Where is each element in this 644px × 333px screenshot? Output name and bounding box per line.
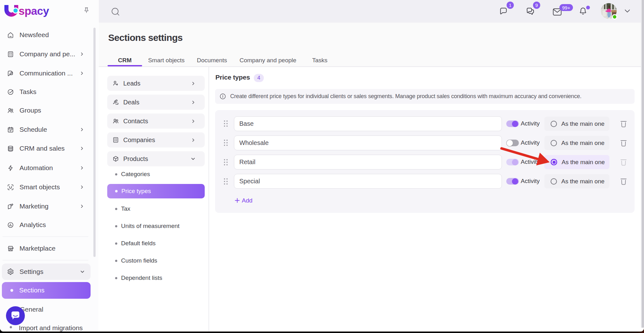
svg-text:spacy: spacy: [19, 5, 49, 17]
